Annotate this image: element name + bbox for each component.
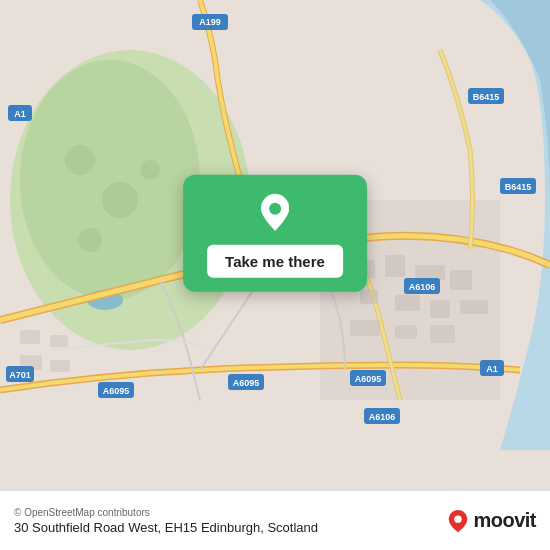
osm-credit: © OpenStreetMap contributors: [14, 507, 318, 518]
svg-text:A1: A1: [14, 109, 26, 119]
svg-rect-18: [395, 325, 417, 339]
svg-rect-19: [430, 325, 455, 343]
location-card: Take me there: [183, 175, 367, 292]
svg-rect-21: [50, 335, 68, 347]
svg-rect-13: [360, 290, 378, 304]
take-me-there-button[interactable]: Take me there: [207, 245, 343, 278]
svg-text:B6415: B6415: [505, 182, 532, 192]
svg-text:A701: A701: [9, 370, 31, 380]
svg-rect-23: [50, 360, 70, 372]
footer-right: moovit: [447, 509, 536, 533]
location-pin-icon: [253, 191, 297, 235]
svg-rect-10: [385, 255, 405, 277]
svg-rect-20: [20, 330, 40, 344]
svg-point-4: [102, 182, 138, 218]
svg-rect-14: [395, 295, 420, 311]
moovit-logo: moovit: [473, 509, 536, 532]
svg-rect-15: [430, 300, 450, 318]
svg-point-3: [65, 145, 95, 175]
svg-text:A1: A1: [486, 364, 498, 374]
svg-rect-12: [450, 270, 472, 290]
footer-bar: © OpenStreetMap contributors 30 Southfie…: [0, 490, 550, 550]
svg-rect-16: [460, 300, 488, 314]
svg-text:A6106: A6106: [369, 412, 396, 422]
svg-text:A6106: A6106: [409, 282, 436, 292]
svg-point-6: [140, 160, 160, 180]
map-container: A199 A1 A1 B6415 B6415 A6106 A6106 A6095…: [0, 0, 550, 490]
svg-text:A6095: A6095: [103, 386, 130, 396]
svg-rect-17: [350, 320, 380, 336]
svg-text:A6095: A6095: [233, 378, 260, 388]
svg-point-5: [78, 228, 102, 252]
svg-point-2: [20, 60, 200, 300]
address-text: 30 Southfield Road West, EH15 Edinburgh,…: [14, 520, 318, 535]
footer-left: © OpenStreetMap contributors 30 Southfie…: [14, 507, 318, 535]
svg-rect-11: [415, 265, 445, 280]
svg-point-50: [455, 515, 462, 522]
svg-text:B6415: B6415: [473, 92, 500, 102]
moovit-pin-icon: [447, 509, 469, 533]
svg-point-49: [269, 203, 281, 215]
svg-text:A6095: A6095: [355, 374, 382, 384]
svg-text:A199: A199: [199, 17, 221, 27]
